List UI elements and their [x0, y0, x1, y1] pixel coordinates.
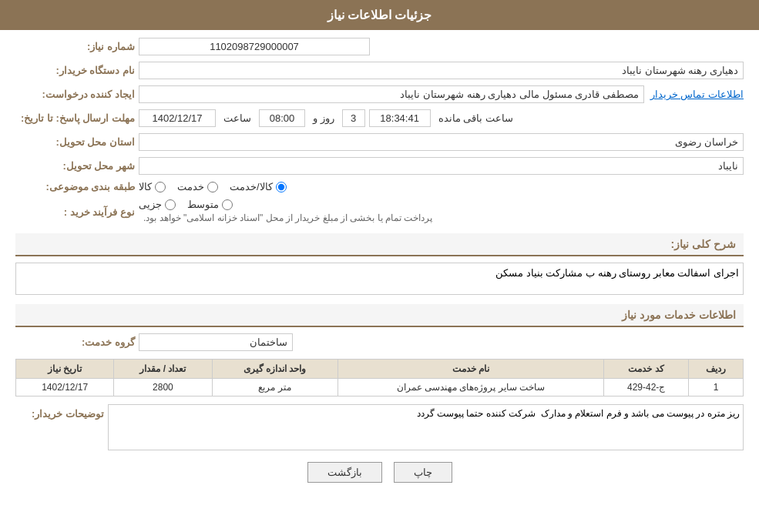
nooe-jezvi-label: جزیی	[139, 199, 162, 210]
col-date: تاریخ نیاز	[16, 360, 114, 379]
tabaghe-row: طبقه بندی موضوعی: کالا خدمت کالا/خدمت	[15, 181, 744, 192]
mohlet-row: مهلت ارسال پاسخ: تا تاریخ: 1402/12/17 سا…	[15, 109, 744, 127]
mohlet-roz-value: 3	[342, 109, 365, 127]
nooe-farayand-row: نوع فرآیند خرید : جزیی متوسط پرداخت تمام…	[15, 199, 744, 226]
content-area: شماره نیاز: 1102098729000007 نام دستگاه …	[0, 30, 759, 502]
nooe-radio-group: جزیی متوسط	[139, 199, 233, 210]
gorohe-khedmat-value: ساختمان	[139, 333, 293, 351]
col-radif: ردیف	[688, 360, 743, 379]
cell-code: ج-42-429	[604, 379, 689, 396]
services-table: ردیف کد خدمت نام خدمت واحد اندازه گیری ت…	[15, 359, 744, 396]
page-wrapper: جزئیات اطلاعات نیاز شماره نیاز: 11020987…	[0, 0, 759, 532]
tabaghe-kala-khedmat-label: کالا/خدمت	[230, 181, 273, 192]
gorohe-khedmat-label: گروه خدمت:	[15, 336, 139, 348]
toozihat-row: توضیحات خریدار: ریز متره در پیوست می باش…	[15, 404, 744, 450]
mohlet-saat-value: 08:00	[259, 109, 305, 127]
shahr-label: شهر محل تحویل:	[15, 160, 139, 172]
ostan-label: استان محل تحویل:	[15, 136, 139, 148]
table-section: ردیف کد خدمت نام خدمت واحد اندازه گیری ت…	[15, 359, 744, 396]
shomara-niaz-label: شماره نیاز:	[15, 41, 139, 52]
col-unit: واحد اندازه گیری	[212, 360, 338, 379]
gorohe-khedmat-row: گروه خدمت: ساختمان	[15, 333, 744, 351]
toozihat-label: توضیحات خریدار:	[15, 404, 108, 420]
table-header-row: ردیف کد خدمت نام خدمت واحد اندازه گیری ت…	[16, 360, 744, 379]
mohlet-roz-label: روز و	[313, 112, 334, 124]
page-title: جزئیات اطلاعات نیاز	[327, 8, 432, 22]
nam-dastgah-label: نام دستگاه خریدار:	[15, 65, 139, 76]
shahr-row: شهر محل تحویل: نایباد	[15, 157, 744, 175]
tabaghe-khedmat-label: خدمت	[177, 181, 204, 192]
shahr-value: نایباد	[139, 157, 744, 175]
tabaghe-khedmat-option: خدمت	[177, 181, 218, 192]
ijad-konande-value: مصطفی قادری مسئول مالی دهیاری رهنه شهرست…	[139, 85, 644, 103]
buttons-row: چاپ بازگشت	[15, 462, 744, 483]
page-header: جزئیات اطلاعات نیاز	[0, 0, 759, 30]
ostan-row: استان محل تحویل: خراسان رضوی	[15, 133, 744, 151]
nooe-jezvi-radio[interactable]	[165, 199, 176, 210]
nooe-jezvi-option: جزیی	[139, 199, 176, 210]
nam-dastgah-value: دهیاری رهنه شهرستان نایباد	[139, 62, 744, 79]
tabaghe-kala-label: کالا	[139, 181, 152, 192]
nooe-note: پرداخت تمام یا بخشی از مبلغ خریدار از مح…	[139, 210, 437, 226]
ijad-konande-label: ایجاد کننده درخواست:	[15, 89, 139, 100]
tabaghe-kala-option: کالا	[139, 181, 166, 192]
ijad-konande-row: ایجاد کننده درخواست: مصطفی قادری مسئول م…	[15, 85, 744, 103]
mohlet-label: مهلت ارسال پاسخ: تا تاریخ:	[15, 112, 139, 124]
mohlet-mande-value: 18:34:41	[369, 109, 431, 127]
print-button[interactable]: چاپ	[394, 462, 452, 483]
nam-dastgah-row: نام دستگاه خریدار: دهیاری رهنه شهرستان ن…	[15, 62, 744, 79]
tabaghe-khedmat-radio[interactable]	[207, 182, 218, 192]
tabaghe-kala-radio[interactable]	[155, 182, 166, 192]
nooe-farayand-label: نوع فرآیند خرید :	[15, 206, 139, 218]
col-name: نام خدمت	[338, 360, 604, 379]
sharh-value: اجرای اسفالت معابر روستای رهنه ب مشارکت …	[15, 263, 744, 295]
shomara-row: شماره نیاز: 1102098729000007	[15, 38, 744, 55]
cell-unit: متر مربع	[212, 379, 338, 396]
tabaghe-kala-khedmat-option: کالا/خدمت	[230, 181, 287, 192]
ettelaat-tamas-link[interactable]: اطلاعات تماس خریدار	[650, 89, 744, 100]
cell-quantity: 2800	[114, 379, 212, 396]
nooe-mottaset-option: متوسط	[187, 199, 233, 210]
col-code: کد خدمت	[604, 360, 689, 379]
mohlet-saat-label: ساعت	[223, 112, 251, 124]
mohlet-date-value: 1402/12/17	[139, 109, 216, 127]
tabaghe-label: طبقه بندی موضوعی:	[15, 181, 139, 192]
sharh-row: اجرای اسفالت معابر روستای رهنه ب مشارکت …	[15, 263, 744, 295]
col-quantity: تعداد / مقدار	[114, 360, 212, 379]
nooe-mottaset-radio[interactable]	[222, 199, 233, 210]
tabaghe-radio-group: کالا خدمت کالا/خدمت	[139, 181, 287, 192]
nooe-mottaset-label: متوسط	[187, 199, 219, 210]
khadamat-section-title: اطلاعات خدمات مورد نیاز	[15, 304, 744, 327]
tabaghe-kala-khedmat-radio[interactable]	[276, 182, 287, 192]
table-row: 1ج-42-429ساخت سایر پروژه‌های مهندسی عمرا…	[16, 379, 744, 396]
cell-name: ساخت سایر پروژه‌های مهندسی عمران	[338, 379, 604, 396]
back-button[interactable]: بازگشت	[307, 462, 382, 483]
mohlet-mande-label: ساعت باقی مانده	[438, 112, 513, 124]
ostan-value: خراسان رضوی	[139, 133, 744, 151]
sharh-section-title: شرح کلی نیاز:	[15, 233, 744, 256]
shomara-niaz-value: 1102098729000007	[139, 38, 370, 55]
cell-date: 1402/12/17	[16, 379, 114, 396]
toozihat-textarea: ریز متره در پیوست می باشد و فرم استعلام …	[108, 404, 744, 450]
cell-radif: 1	[688, 379, 743, 396]
